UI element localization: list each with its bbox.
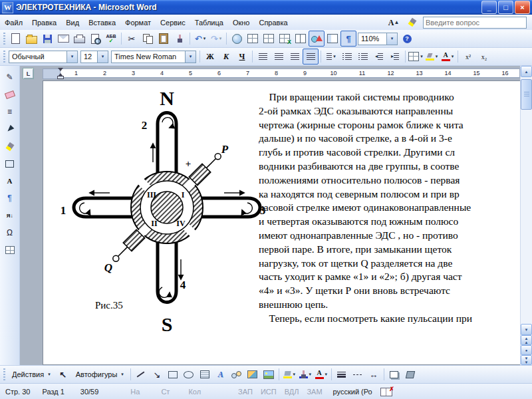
toolbar-grip[interactable] bbox=[3, 33, 5, 45]
menu-item[interactable]: Таблица bbox=[190, 17, 228, 29]
close-button[interactable]: × bbox=[515, 1, 530, 14]
question-input[interactable] bbox=[423, 17, 527, 29]
print-preview-button[interactable] bbox=[87, 31, 103, 47]
horizontal-ruler[interactable]: L 12345678910111213141516 bbox=[20, 66, 521, 80]
threed-style-button[interactable] bbox=[402, 366, 418, 382]
chevron-down-icon[interactable]: ▾ bbox=[386, 33, 397, 45]
insert-picture-button[interactable] bbox=[261, 366, 277, 382]
oval-shape-button[interactable] bbox=[181, 366, 197, 382]
spelling-button[interactable]: АБВ ✓ bbox=[103, 31, 119, 47]
left-indent-marker[interactable] bbox=[57, 76, 64, 79]
underline-button[interactable]: Ч bbox=[234, 49, 250, 65]
line-style-tool-button[interactable]: ≡ bbox=[1, 104, 19, 120]
menu-item[interactable]: Окно bbox=[228, 17, 255, 29]
highlighter-button[interactable] bbox=[404, 15, 420, 31]
zoom-combo[interactable]: 110% ▾ bbox=[358, 33, 398, 45]
bulleted-list-button[interactable] bbox=[355, 49, 371, 65]
columns-button[interactable] bbox=[293, 31, 309, 47]
first-line-indent-marker[interactable] bbox=[58, 68, 63, 71]
menu-item[interactable]: Файл bbox=[0, 17, 27, 29]
highlight-button[interactable]: ▾ bbox=[424, 49, 440, 65]
redo-button[interactable]: ↷ ▾ bbox=[208, 31, 224, 47]
spelling-status-icon[interactable]: ✗ bbox=[380, 388, 392, 396]
subscript-button[interactable]: x₂ bbox=[476, 49, 492, 65]
letter-tool-button[interactable]: А bbox=[1, 173, 19, 189]
grow-font-button[interactable]: А ▲ bbox=[386, 15, 402, 31]
cut-button[interactable]: ✂ bbox=[124, 31, 140, 47]
select-objects-button[interactable]: ↖ bbox=[55, 366, 71, 382]
scrollbar-thumb[interactable] bbox=[521, 79, 532, 110]
document-page[interactable]: I III II IV bbox=[43, 80, 521, 365]
format-painter-button[interactable] bbox=[172, 31, 188, 47]
save-button[interactable] bbox=[39, 31, 55, 47]
insert-hyperlink-button[interactable] bbox=[229, 31, 245, 47]
status-track-changes[interactable]: ИСП bbox=[261, 388, 277, 396]
line-style-button[interactable] bbox=[334, 366, 350, 382]
status-extend[interactable]: ВДЛ bbox=[285, 388, 299, 396]
font-combo[interactable]: Times New Roman ▾ bbox=[111, 51, 196, 63]
chevron-down-icon[interactable]: ▾ bbox=[66, 51, 77, 63]
pen-tool-button[interactable] bbox=[1, 121, 19, 137]
open-button[interactable] bbox=[23, 31, 39, 47]
dash-style-button[interactable] bbox=[350, 366, 366, 382]
insert-excel-button[interactable]: X bbox=[277, 31, 293, 47]
style-combo[interactable]: Обычный ▾ bbox=[9, 51, 78, 63]
arrow-style-button[interactable]: ↔ bbox=[366, 366, 382, 382]
status-rec[interactable]: ЗАП bbox=[238, 388, 253, 396]
rectangle-shape-button[interactable] bbox=[165, 366, 181, 382]
line-shape-button[interactable] bbox=[133, 366, 149, 382]
eraser-tool-button[interactable] bbox=[1, 86, 19, 102]
bold-button[interactable]: Ж bbox=[202, 49, 218, 65]
text-box-button[interactable] bbox=[197, 366, 213, 382]
shadow-style-button[interactable] bbox=[386, 366, 402, 382]
draw-actions-button[interactable]: Действия ▾ bbox=[7, 368, 55, 381]
select-browse-object-button[interactable]: ● bbox=[521, 345, 532, 355]
autoshapes-button[interactable]: Автофигуры ▾ bbox=[71, 368, 128, 381]
scroll-up-button[interactable]: ▲ bbox=[521, 66, 532, 77]
highlighter-tool-button[interactable] bbox=[1, 138, 19, 154]
menu-item[interactable]: Справка bbox=[254, 17, 292, 29]
toolbar-grip[interactable] bbox=[3, 51, 5, 63]
minimize-button[interactable]: _ bbox=[481, 1, 497, 14]
menu-item[interactable]: Вид bbox=[61, 17, 84, 29]
italic-button[interactable]: К bbox=[218, 49, 234, 65]
align-right-button[interactable] bbox=[287, 49, 303, 65]
document-text[interactable]: При вращении такой системы проводнико2-о… bbox=[259, 90, 519, 326]
menu-item[interactable]: Сервис bbox=[156, 17, 190, 29]
align-left-button[interactable] bbox=[255, 49, 271, 65]
increase-indent-button[interactable]: ▸ bbox=[387, 49, 403, 65]
font-size-combo[interactable]: 12 ▾ bbox=[80, 51, 108, 63]
superscript-button[interactable]: x² bbox=[460, 49, 476, 65]
status-overtype[interactable]: ЗАМ bbox=[307, 388, 322, 396]
wordart-button[interactable]: А bbox=[213, 366, 229, 382]
scroll-down-button[interactable]: ▼ bbox=[521, 324, 532, 335]
copy-button[interactable] bbox=[140, 31, 156, 47]
new-document-button[interactable] bbox=[7, 31, 23, 47]
menu-item[interactable]: Формат bbox=[120, 17, 156, 29]
menu-item[interactable]: Вставка bbox=[84, 17, 120, 29]
vertical-scrollbar[interactable]: ▲ ▼ ▲▲ ● ▼▼ bbox=[520, 66, 532, 365]
diagram-button[interactable] bbox=[229, 366, 245, 382]
chevron-down-icon[interactable]: ▾ bbox=[185, 51, 196, 63]
maximize-button[interactable]: □ bbox=[498, 1, 513, 14]
align-center-button[interactable] bbox=[271, 49, 287, 65]
draw-font-color-button[interactable]: А ▾ bbox=[313, 366, 329, 382]
toolbar-grip[interactable] bbox=[3, 368, 5, 380]
undo-button[interactable]: ↶ ▾ bbox=[192, 31, 208, 47]
show-paragraph-marks-button[interactable]: ¶ bbox=[340, 31, 356, 47]
align-justify-button[interactable] bbox=[303, 49, 319, 65]
tab-selector[interactable]: L bbox=[23, 68, 34, 79]
paragraph-tool-button[interactable]: ¶ bbox=[1, 190, 19, 206]
line-spacing-button[interactable]: ▾ bbox=[323, 49, 339, 65]
mail-button[interactable] bbox=[55, 31, 71, 47]
print-button[interactable] bbox=[71, 31, 87, 47]
document-scroll-area[interactable]: I III II IV bbox=[20, 80, 521, 365]
fill-color-button[interactable]: ▾ bbox=[281, 366, 297, 382]
decrease-indent-button[interactable]: ◂ bbox=[371, 49, 387, 65]
table-tool-button[interactable] bbox=[1, 242, 19, 258]
tables-borders-button[interactable] bbox=[245, 31, 261, 47]
help-button[interactable]: ? bbox=[399, 31, 415, 47]
drawing-toolbar-toggle-button[interactable] bbox=[309, 31, 325, 47]
paste-button[interactable] bbox=[156, 31, 172, 47]
arrow-shape-button[interactable]: ↘ bbox=[149, 366, 165, 382]
